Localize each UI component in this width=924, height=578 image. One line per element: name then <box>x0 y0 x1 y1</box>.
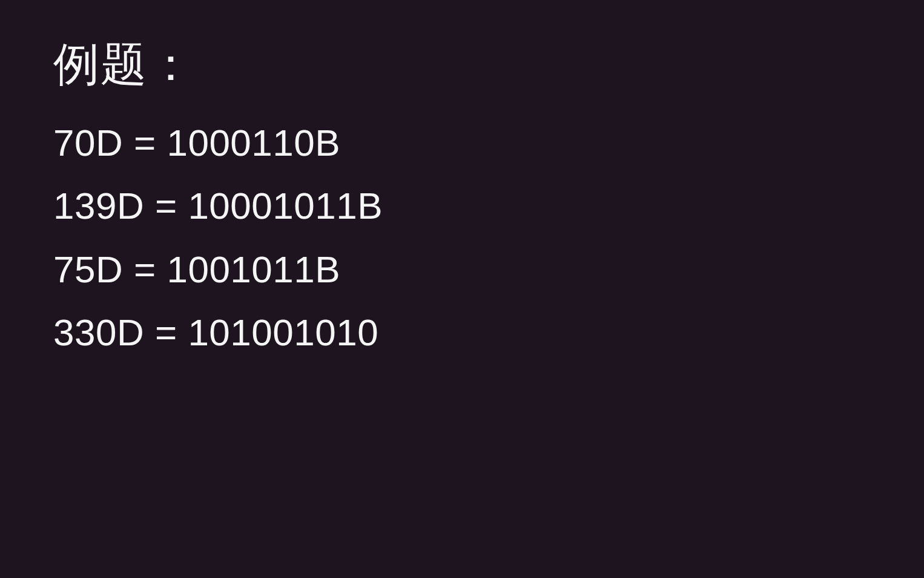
binary-value: 10001011B <box>188 185 383 227</box>
decimal-value: 330D <box>53 311 144 353</box>
binary-value: 101001010 <box>188 311 378 353</box>
equals-sign: = <box>155 311 188 353</box>
binary-value: 1001011B <box>167 248 340 290</box>
equals-sign: = <box>155 185 188 227</box>
example-row: 330D = 101001010 <box>53 311 924 353</box>
decimal-value: 75D <box>53 248 123 290</box>
equals-sign: = <box>134 248 167 290</box>
decimal-value: 70D <box>53 122 123 164</box>
slide-title: 例题： <box>53 34 924 96</box>
equals-sign: = <box>134 122 167 164</box>
example-row: 75D = 1001011B <box>53 248 924 290</box>
binary-value: 1000110B <box>167 122 340 164</box>
example-row: 70D = 1000110B <box>53 122 924 164</box>
example-row: 139D = 10001011B <box>53 185 924 227</box>
decimal-value: 139D <box>53 185 144 227</box>
